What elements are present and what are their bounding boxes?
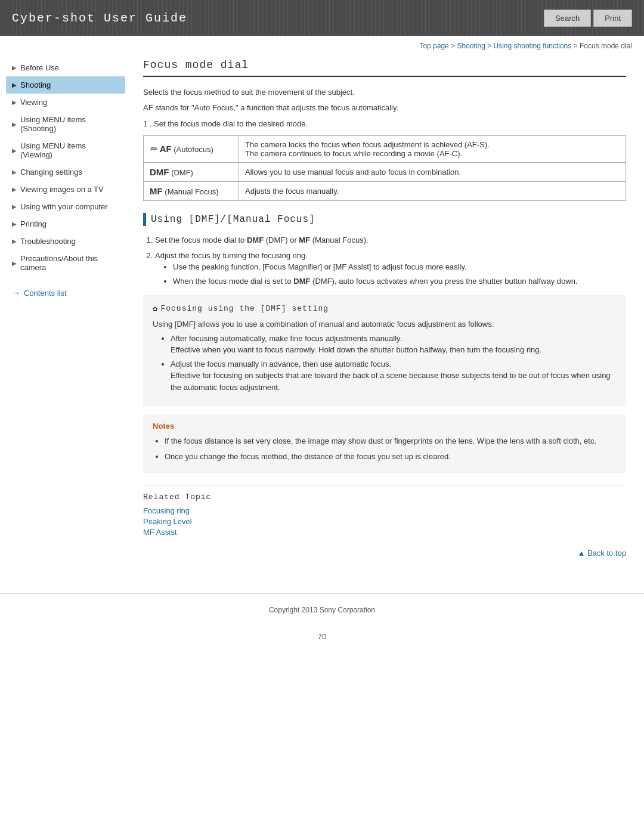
contents-list-label: Contents list: [24, 289, 67, 298]
section2-heading: Using [DMF]/[Manual Focus]: [143, 213, 626, 226]
search-button[interactable]: Search: [544, 10, 591, 27]
tip-title: ✿ Focusing using the [DMF] setting: [153, 304, 617, 314]
sidebar-item-changing-settings[interactable]: ▶ Changing settings: [6, 163, 125, 181]
tip-icon: ✿: [153, 304, 158, 314]
intro-text-1: Selects the focus method to suit the mov…: [143, 86, 626, 98]
sidebar-item-label: Before Use: [20, 63, 59, 72]
page-number: 70: [0, 632, 644, 641]
mode-cell-dmf: DMF (DMF): [144, 163, 239, 182]
list-item: Adjust the focus manually in advance, th…: [171, 358, 617, 394]
breadcrumb-shooting[interactable]: Shooting: [457, 42, 485, 50]
dmf-bullets: Use the peaking function, [Focus Magnifi…: [173, 261, 626, 287]
table-row: ✏ AF (Autofocus) The camera locks the fo…: [144, 136, 626, 163]
section-bar-icon: [143, 213, 146, 226]
sidebar-item-label: Viewing: [20, 98, 47, 107]
list-item: If the focus distance is set very close,…: [165, 435, 617, 447]
main-layout: ▶ Before Use ▶ Shooting ▶ Viewing ▶ Usin…: [0, 53, 644, 581]
content-area: Focus mode dial Selects the focus method…: [131, 59, 644, 575]
list-item: Once you change the focus method, the di…: [165, 451, 617, 463]
arrow-icon: ▶: [12, 121, 17, 128]
arrow-icon: ▶: [12, 221, 17, 227]
notes-list: If the focus distance is set very close,…: [165, 435, 617, 462]
table-row: DMF (DMF) Allows you to use manual focus…: [144, 163, 626, 182]
table-row: MF (Manual Focus) Adjusts the focus manu…: [144, 182, 626, 201]
related-link-peaking-level[interactable]: Peaking Level: [143, 517, 626, 526]
arrow-icon: ▶: [12, 238, 17, 244]
tip-content: Using [DMF] allows you to use a combinat…: [153, 318, 617, 393]
sidebar-item-label: Shooting: [20, 80, 51, 89]
dmf-steps-list: Set the focus mode dial to DMF (DMF) or …: [155, 234, 626, 287]
print-button[interactable]: Print: [593, 10, 632, 27]
header-buttons: Search Print: [544, 10, 632, 27]
arrow-icon: ▶: [12, 82, 17, 88]
sidebar-item-viewing-tv[interactable]: ▶ Viewing images on a TV: [6, 181, 125, 198]
sidebar-item-menu-shooting[interactable]: ▶ Using MENU items (Shooting): [6, 111, 125, 137]
intro-text-2: AF stands for "Auto Focus," a function t…: [143, 102, 626, 114]
related-title: Related Topic: [143, 493, 626, 501]
arrow-icon: ▶: [12, 169, 17, 175]
arrow-icon: ▶: [12, 147, 17, 154]
description-cell-dmf: Allows you to use manual focus and auto …: [239, 163, 626, 182]
tip-bullets: After focusing automatically, make fine …: [171, 333, 617, 394]
arrow-icon: ▶: [12, 186, 17, 193]
breadcrumb: Top page > Shooting > Using shooting fun…: [0, 36, 644, 53]
app-title: Cyber-shot User Guide: [12, 11, 187, 25]
list-item: Use the peaking function, [Focus Magnifi…: [173, 261, 626, 273]
sidebar-item-menu-viewing[interactable]: ▶ Using MENU items (Viewing): [6, 137, 125, 163]
arrow-icon: ▶: [12, 64, 17, 71]
list-item: Adjust the focus by turning the focusing…: [155, 250, 626, 287]
focus-mode-table: ✏ AF (Autofocus) The camera locks the fo…: [143, 135, 626, 201]
contents-list-link[interactable]: → Contents list: [6, 283, 125, 302]
related-section: Related Topic Focusing ring Peaking Leve…: [143, 485, 626, 537]
sidebar-item-label: Using with your computer: [20, 202, 108, 211]
list-item: Set the focus mode dial to DMF (DMF) or …: [155, 234, 626, 246]
page-title: Focus mode dial: [143, 59, 626, 77]
sidebar-item-viewing[interactable]: ▶ Viewing: [6, 94, 125, 111]
sidebar: ▶ Before Use ▶ Shooting ▶ Viewing ▶ Usin…: [0, 59, 131, 575]
mode-cell-af: ✏ AF (Autofocus): [144, 136, 239, 163]
tip-box: ✿ Focusing using the [DMF] setting Using…: [143, 295, 626, 406]
description-cell-af: The camera locks the focus when focus ad…: [239, 136, 626, 163]
header: Cyber-shot User Guide Search Print: [0, 0, 644, 36]
step1-text: 1 . Set the focus mode dial to the desir…: [143, 119, 626, 128]
footer: Copyright 2013 Sony Corporation: [0, 593, 644, 626]
sidebar-item-label: Troubleshooting: [20, 237, 76, 246]
sidebar-item-label: Using MENU items (Shooting): [20, 115, 119, 133]
sidebar-item-label: Viewing images on a TV: [20, 185, 104, 194]
description-cell-mf: Adjusts the focus manually.: [239, 182, 626, 201]
sidebar-item-label: Changing settings: [20, 168, 82, 176]
mode-cell-mf: MF (Manual Focus): [144, 182, 239, 201]
related-link-mf-assist[interactable]: MF Assist: [143, 528, 626, 537]
breadcrumb-current: Focus mode dial: [580, 42, 632, 50]
sidebar-item-troubleshooting[interactable]: ▶ Troubleshooting: [6, 233, 125, 250]
notes-title: Notes: [153, 422, 617, 431]
sidebar-item-label: Printing: [20, 219, 47, 228]
tip-intro: Using [DMF] allows you to use a combinat…: [153, 318, 617, 330]
list-item: After focusing automatically, make fine …: [171, 333, 617, 356]
copyright-text: Copyright 2013 Sony Corporation: [269, 606, 375, 614]
sidebar-item-printing[interactable]: ▶ Printing: [6, 215, 125, 233]
related-link-focusing-ring[interactable]: Focusing ring: [143, 506, 626, 515]
list-item: When the focus mode dial is set to DMF (…: [173, 275, 626, 287]
sidebar-item-precautions[interactable]: ▶ Precautions/About this camera: [6, 250, 125, 276]
back-to-top: ▲ Back to top: [143, 549, 626, 558]
arrow-icon: ▶: [12, 99, 17, 106]
section2-title: Using [DMF]/[Manual Focus]: [151, 214, 315, 225]
sidebar-item-computer[interactable]: ▶ Using with your computer: [6, 198, 125, 215]
arrow-right-icon: →: [12, 288, 20, 298]
sidebar-item-shooting[interactable]: ▶ Shooting: [6, 76, 125, 94]
arrow-icon: ▶: [12, 203, 17, 210]
sidebar-item-label: Precautions/About this camera: [20, 254, 119, 272]
notes-box: Notes If the focus distance is set very …: [143, 414, 626, 473]
sidebar-item-before-use[interactable]: ▶ Before Use: [6, 59, 125, 76]
sidebar-item-label: Using MENU items (Viewing): [20, 141, 119, 159]
arrow-icon: ▶: [12, 260, 17, 267]
breadcrumb-using-shooting[interactable]: Using shooting functions: [494, 42, 572, 50]
back-to-top-link[interactable]: ▲ Back to top: [577, 549, 626, 558]
breadcrumb-top[interactable]: Top page: [419, 42, 448, 50]
